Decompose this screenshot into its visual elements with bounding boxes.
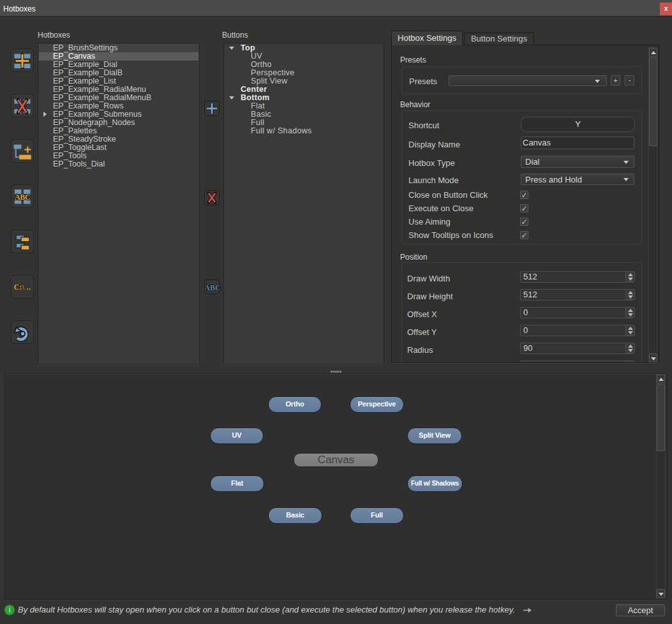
svg-text:ABC: ABC (204, 283, 220, 292)
svg-text:ABC: ABC (15, 193, 30, 202)
svg-text:C:\ ..: C:\ .. (14, 283, 31, 291)
